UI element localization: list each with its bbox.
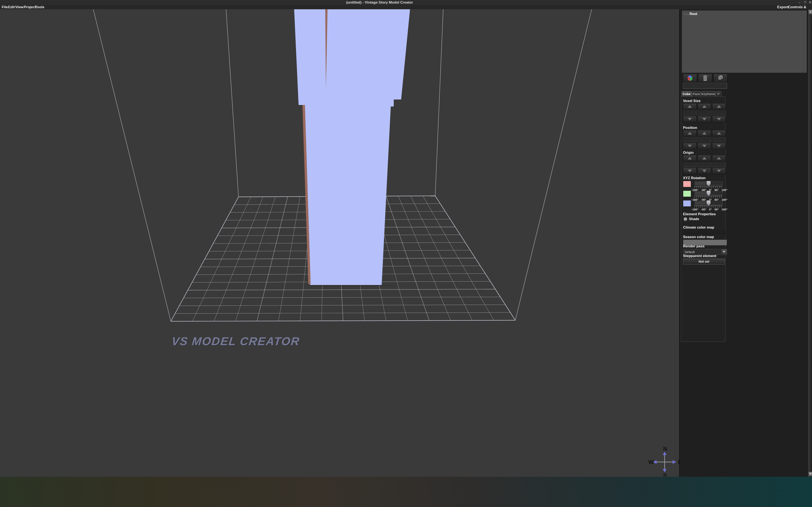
add-cube-button[interactable] bbox=[683, 74, 697, 82]
position-z-down-button[interactable] bbox=[712, 143, 726, 149]
rotation-x-swatch bbox=[683, 181, 691, 187]
compass-w: W bbox=[648, 459, 654, 465]
menu-tools[interactable]: Tools bbox=[35, 5, 44, 9]
rotation-y-slider[interactable] bbox=[695, 191, 723, 195]
copy-icon bbox=[717, 75, 723, 81]
position-z-value[interactable] bbox=[712, 137, 726, 142]
tree-branch-line bbox=[684, 14, 689, 14]
rotation-z-slider[interactable] bbox=[695, 201, 723, 205]
position-z-up-button[interactable] bbox=[712, 130, 726, 136]
origin-x-down-button[interactable] bbox=[683, 168, 697, 174]
menu-view[interactable]: View bbox=[15, 5, 23, 9]
stepparent-element-label: Stepparent element bbox=[683, 254, 716, 258]
model-viewport[interactable]: VS MODEL CREATOR N S W E bbox=[0, 9, 679, 477]
restore-button[interactable]: ❐ bbox=[802, 1, 808, 4]
element-properties-label: Element Properties bbox=[683, 212, 716, 216]
menu-project[interactable]: Project bbox=[24, 5, 36, 9]
origin-x-up-button[interactable] bbox=[683, 155, 697, 161]
rotation-z-ticks bbox=[695, 205, 722, 208]
trash-icon bbox=[703, 75, 708, 81]
climate-color-map-label: Climate color map bbox=[683, 225, 714, 230]
panel-scrollbar[interactable]: ▲ ▼ bbox=[808, 9, 812, 477]
scroll-up-button[interactable]: ▲ bbox=[808, 10, 812, 14]
watermark: VS MODEL CREATOR bbox=[171, 335, 301, 348]
element-tree[interactable]: Root bbox=[682, 10, 807, 73]
rotation-x-ticks bbox=[695, 186, 722, 188]
compass-east-arrow bbox=[673, 460, 676, 464]
position-y-down-button[interactable] bbox=[698, 143, 711, 149]
voxel-x-up-button[interactable] bbox=[683, 103, 697, 110]
origin-z-down-button[interactable] bbox=[712, 168, 726, 174]
scroll-down-button[interactable]: ▼ bbox=[808, 472, 812, 476]
origin-label: Origin bbox=[683, 151, 694, 155]
rotation-z-swatch bbox=[683, 200, 691, 207]
compass-north-arrow bbox=[663, 452, 666, 455]
origin-z-value[interactable] bbox=[712, 162, 726, 167]
menu-bar: File Edit View Project Tools Export Cont… bbox=[0, 5, 812, 9]
taskbar: 29° Search bbox=[0, 477, 812, 507]
position-x-value[interactable] bbox=[683, 137, 697, 142]
rotation-y-ticks bbox=[695, 195, 722, 198]
tab-cube[interactable]: Cube bbox=[681, 91, 692, 97]
desktop: (untitled) - Vintage Story Model Creator… bbox=[0, 0, 812, 507]
menu-edit[interactable]: Edit bbox=[8, 5, 15, 9]
compass-south-arrow bbox=[663, 469, 666, 472]
position-x-down-button[interactable] bbox=[683, 143, 697, 149]
position-y-up-button[interactable] bbox=[698, 130, 711, 136]
voxel-y-down-button[interactable] bbox=[698, 116, 711, 122]
rotation-z-scale: -180°-90°0°90°180° bbox=[692, 208, 727, 211]
element-name-input[interactable] bbox=[683, 83, 727, 89]
menu-export[interactable]: Export bbox=[777, 5, 789, 9]
render-pass-label: Render pass bbox=[683, 244, 705, 248]
model-element[interactable] bbox=[294, 9, 410, 285]
position-y-value[interactable] bbox=[698, 137, 711, 142]
stepparent-not-set-button[interactable]: Not set bbox=[683, 259, 725, 265]
voxel-z-up-button[interactable] bbox=[712, 103, 726, 110]
shade-label: Shade bbox=[689, 217, 699, 221]
tree-root-node[interactable]: Root bbox=[690, 12, 697, 16]
tab-p[interactable]: P bbox=[716, 91, 721, 97]
origin-y-value[interactable] bbox=[698, 162, 711, 167]
position-x-up-button[interactable] bbox=[683, 130, 697, 136]
menu-file[interactable]: File bbox=[2, 5, 8, 9]
origin-y-down-button[interactable] bbox=[698, 168, 711, 174]
properties-panel: Root Cube bbox=[679, 9, 812, 477]
title-bar: (untitled) - Vintage Story Model Creator… bbox=[0, 0, 812, 5]
tab-face[interactable]: Face bbox=[692, 91, 701, 97]
voxel-x-value[interactable] bbox=[683, 110, 697, 115]
xyz-rotation-label: XYZ Rotation bbox=[683, 176, 706, 180]
cube-icon bbox=[687, 75, 693, 81]
compass-n: N bbox=[663, 446, 667, 452]
duplicate-element-button[interactable] bbox=[713, 74, 727, 82]
origin-z-up-button[interactable] bbox=[712, 155, 726, 161]
position-label: Position bbox=[683, 126, 697, 130]
rotation-x-slider[interactable] bbox=[695, 181, 723, 185]
season-color-map-label: Season color map bbox=[683, 235, 714, 239]
origin-y-up-button[interactable] bbox=[698, 155, 711, 161]
render-pass-value: Default bbox=[685, 250, 695, 254]
shade-radio[interactable] bbox=[683, 217, 688, 221]
window-title: (untitled) - Vintage Story Model Creator bbox=[0, 0, 785, 5]
voxel-y-value[interactable] bbox=[698, 110, 711, 115]
voxel-z-down-button[interactable] bbox=[712, 116, 726, 122]
delete-element-button[interactable] bbox=[698, 74, 712, 82]
minimize-button[interactable]: – bbox=[797, 1, 802, 4]
position-spinners bbox=[683, 130, 725, 149]
voxel-size-spinners bbox=[683, 103, 725, 122]
render-pass-dropdown-arrow[interactable] bbox=[721, 249, 726, 254]
origin-x-value[interactable] bbox=[683, 162, 697, 167]
voxel-z-value[interactable] bbox=[712, 110, 726, 115]
close-button[interactable]: ✕ bbox=[807, 1, 812, 4]
scene-canvas bbox=[0, 9, 679, 477]
rotation-y-swatch bbox=[683, 190, 691, 197]
voxel-x-down-button[interactable] bbox=[683, 116, 697, 122]
voxel-y-up-button[interactable] bbox=[698, 103, 711, 110]
origin-spinners bbox=[683, 155, 725, 174]
tab-keyframe[interactable]: Keyframe bbox=[701, 91, 716, 97]
voxel-size-label: Voxel Size bbox=[683, 99, 701, 103]
